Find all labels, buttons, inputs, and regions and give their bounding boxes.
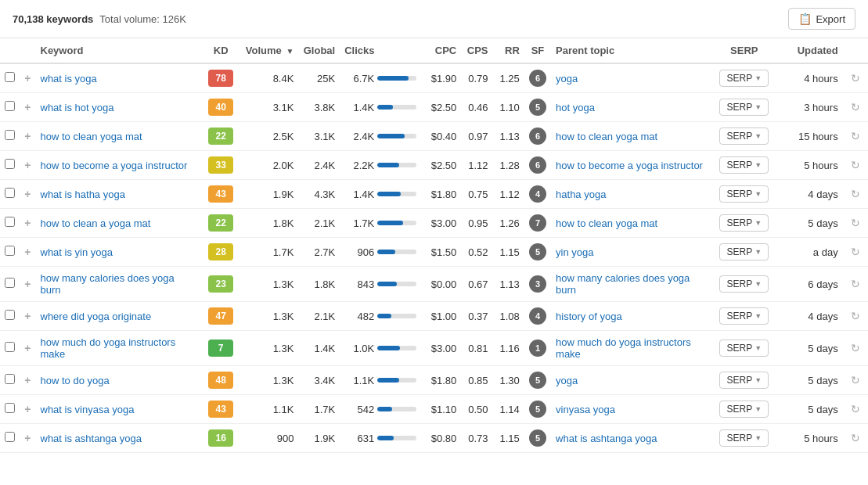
keyword-link[interactable]: what is vinyasa yoga xyxy=(41,404,135,415)
keyword-link[interactable]: what is yoga xyxy=(41,73,97,84)
refresh-button[interactable]: ↻ xyxy=(848,215,863,231)
add-keyword-icon[interactable]: + xyxy=(24,278,31,290)
parent-topic-link[interactable]: hatha yoga xyxy=(556,189,606,200)
refresh-button[interactable]: ↻ xyxy=(848,401,863,417)
kd-badge: 47 xyxy=(208,307,233,325)
parent-topic-link[interactable]: yin yoga xyxy=(556,246,593,258)
parent-topic-link[interactable]: how much do yoga instructors make xyxy=(556,336,691,360)
keyword-link[interactable]: how to become a yoga instructor xyxy=(41,160,188,171)
export-button[interactable]: 📋 Export xyxy=(788,8,855,30)
refresh-button[interactable]: ↻ xyxy=(848,244,863,260)
serp-button[interactable]: SERP ▼ xyxy=(719,185,769,203)
serp-button[interactable]: SERP ▼ xyxy=(719,429,769,447)
keyword-link[interactable]: how to clean a yoga mat xyxy=(41,217,151,229)
serp-button[interactable]: SERP ▼ xyxy=(719,99,769,116)
refresh-button[interactable]: ↻ xyxy=(848,128,863,144)
add-keyword-icon[interactable]: + xyxy=(24,130,31,142)
row-checkbox[interactable] xyxy=(5,101,15,111)
parent-topic-link[interactable]: yoga xyxy=(556,73,578,84)
serp-button[interactable]: SERP ▼ xyxy=(719,401,769,418)
col-volume[interactable]: Volume ▼ xyxy=(240,38,298,63)
serp-button[interactable]: SERP ▼ xyxy=(719,307,769,325)
row-keyword-cell: where did yoga originate xyxy=(36,302,201,331)
add-keyword-icon[interactable]: + xyxy=(24,159,31,171)
refresh-button[interactable]: ↻ xyxy=(848,157,863,173)
row-checkbox[interactable] xyxy=(5,432,15,442)
row-checkbox[interactable] xyxy=(5,159,15,169)
parent-topic-link[interactable]: how to clean yoga mat xyxy=(556,217,657,229)
keyword-link[interactable]: what is hot yoga xyxy=(41,102,114,113)
keyword-link[interactable]: what is hatha yoga xyxy=(41,189,125,200)
keyword-link[interactable]: how many calories does yoga burn xyxy=(41,272,175,296)
serp-button[interactable]: SERP ▼ xyxy=(719,128,769,145)
parent-topic-link[interactable]: history of yoga xyxy=(556,311,622,322)
row-sf-cell: 4 xyxy=(524,302,551,331)
parent-topic-link[interactable]: hot yoga xyxy=(556,102,595,113)
parent-topic-link[interactable]: how to become a yoga instructor xyxy=(556,160,703,171)
parent-topic-link[interactable]: how to clean yoga mat xyxy=(556,131,657,142)
row-checkbox[interactable] xyxy=(5,403,15,413)
serp-button[interactable]: SERP ▼ xyxy=(719,156,769,174)
add-keyword-icon[interactable]: + xyxy=(24,188,31,200)
row-checkbox[interactable] xyxy=(5,246,15,256)
row-serp-cell: SERP ▼ xyxy=(708,267,780,302)
keyword-link[interactable]: how much do yoga instructors make xyxy=(41,336,176,360)
row-checkbox[interactable] xyxy=(5,310,15,320)
keyword-link[interactable]: what is yin yoga xyxy=(41,246,113,258)
add-keyword-icon[interactable]: + xyxy=(24,101,31,113)
row-updated-cell: 5 days xyxy=(780,395,843,424)
add-keyword-icon[interactable]: + xyxy=(24,403,31,415)
add-keyword-icon[interactable]: + xyxy=(24,342,31,354)
serp-chevron-icon: ▼ xyxy=(755,434,762,442)
parent-topic-link[interactable]: how many calories does yoga burn xyxy=(556,272,690,296)
serp-button[interactable]: SERP ▼ xyxy=(719,275,769,293)
parent-topic-link[interactable]: what is ashtanga yoga xyxy=(556,433,657,444)
serp-button[interactable]: SERP ▼ xyxy=(719,214,769,232)
row-sf-cell: 5 xyxy=(524,93,551,122)
parent-topic-link[interactable]: vinyasa yoga xyxy=(556,404,615,415)
row-checkbox[interactable] xyxy=(5,342,15,352)
serp-button[interactable]: SERP ▼ xyxy=(719,70,769,87)
keyword-link[interactable]: what is ashtanga yoga xyxy=(41,433,142,444)
serp-button[interactable]: SERP ▼ xyxy=(719,243,769,260)
row-checkbox[interactable] xyxy=(5,72,15,82)
refresh-button[interactable]: ↻ xyxy=(848,308,863,324)
parent-topic-link[interactable]: yoga xyxy=(556,375,578,386)
row-sf-cell: 5 xyxy=(524,395,551,424)
row-checkbox[interactable] xyxy=(5,130,15,140)
keyword-link[interactable]: how to clean yoga mat xyxy=(41,131,142,142)
row-checkbox[interactable] xyxy=(5,374,15,384)
row-parent-topic-cell: how many calories does yoga burn xyxy=(551,267,708,302)
clicks-bar-fill xyxy=(377,163,399,167)
add-keyword-icon[interactable]: + xyxy=(24,246,31,258)
refresh-button[interactable]: ↻ xyxy=(848,372,863,388)
row-clicks-cell: 6.7K xyxy=(340,63,422,93)
refresh-button[interactable]: ↻ xyxy=(848,99,863,115)
add-keyword-icon[interactable]: + xyxy=(24,374,31,386)
add-keyword-icon[interactable]: + xyxy=(24,432,31,444)
add-keyword-icon[interactable]: + xyxy=(24,217,31,229)
refresh-button[interactable]: ↻ xyxy=(848,430,863,446)
row-checkbox[interactable] xyxy=(5,278,15,288)
row-keyword-cell: what is yoga xyxy=(36,63,201,93)
add-keyword-icon[interactable]: + xyxy=(24,72,31,84)
refresh-button[interactable]: ↻ xyxy=(848,70,863,86)
refresh-button[interactable]: ↻ xyxy=(848,340,863,356)
clicks-bar-fill xyxy=(377,105,393,110)
sf-badge: 5 xyxy=(529,243,546,260)
serp-button[interactable]: SERP ▼ xyxy=(719,340,769,357)
clicks-bar-fill xyxy=(377,250,395,254)
serp-button[interactable]: SERP ▼ xyxy=(719,372,769,389)
refresh-button[interactable]: ↻ xyxy=(848,186,863,202)
row-cps-cell: 0.75 xyxy=(461,180,492,209)
refresh-button[interactable]: ↻ xyxy=(848,276,863,292)
keyword-link[interactable]: how to do yoga xyxy=(41,375,110,386)
add-keyword-icon[interactable]: + xyxy=(24,310,31,322)
keyword-link[interactable]: where did yoga originate xyxy=(41,311,152,322)
row-kd-cell: 78 xyxy=(201,63,240,93)
col-plus xyxy=(20,38,35,63)
clicks-bar-track xyxy=(377,378,416,383)
row-checkbox[interactable] xyxy=(5,217,15,227)
row-clicks-cell: 2.4K xyxy=(340,122,422,151)
row-checkbox[interactable] xyxy=(5,188,15,198)
